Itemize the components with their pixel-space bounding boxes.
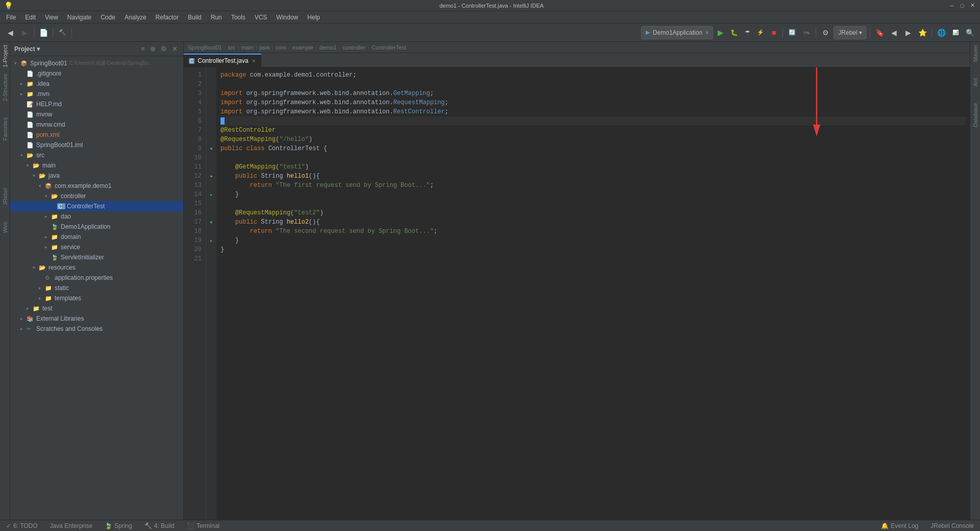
tab-spring[interactable]: 🍃 Spring [103,520,134,532]
tree-item-appprops[interactable]: ⚙ application.properties [10,273,183,283]
bookmark-button[interactable]: 🔖 [873,27,886,39]
menu-item-refactor[interactable]: Refactor [152,13,183,22]
profile-button[interactable]: ⚡ [755,27,766,38]
tree-arrow: ▾ [33,173,39,178]
todo-icon: ✓ [6,522,11,529]
menu-item-build[interactable]: Build [184,13,206,22]
folder-icon: 📁 [51,244,59,251]
tree-item-pomxml[interactable]: 📄 pom.xml [10,130,183,140]
run-button[interactable]: ▶ [715,27,726,38]
tree-item-java-folder[interactable]: ▾ 📂 java [10,171,183,181]
sidebar-item-web[interactable]: Web [1,220,9,235]
sync-scroll-button[interactable]: ⊕ [149,44,157,53]
run-configuration-selector[interactable]: ▶ Demo1Application ▾ [641,26,713,39]
event-log-button[interactable]: 🔔 Event Log [879,520,920,532]
menu-item-file[interactable]: File [2,13,20,22]
stop-button[interactable]: ■ [768,27,779,38]
forward-button[interactable]: ▶ [18,27,31,39]
tree-item-root[interactable]: ▾ 📦 SpringBoot01 C:\Users\吕成盛\Desktop\Sp… [10,58,183,68]
menu-item-navigate[interactable]: Navigate [63,13,95,22]
tree-item-mvnwcmd[interactable]: 📄 mvnw.cmd [10,119,183,130]
tree-item-service[interactable]: ▸ 📁 service [10,242,183,252]
tab-close-button[interactable]: ✕ [252,58,256,64]
project-hide-button[interactable]: ✕ [170,44,179,53]
prev-bookmark-button[interactable]: ◀ [888,27,900,39]
sidebar-item-maven[interactable]: Maven [971,43,979,64]
translate-button[interactable]: 🌐 [935,27,947,39]
menu-item-help[interactable]: Help [303,13,324,22]
sidebar-item-jrebel[interactable]: JRebel [1,186,9,207]
sidebar-item-project[interactable]: 1-Project [1,43,9,69]
build-button[interactable]: 🔨 [56,27,68,39]
bc-sep: › [272,44,274,51]
favorites-button[interactable]: ⭐ [916,27,928,39]
tree-item-controller[interactable]: ▾ 📂 controller [10,191,183,201]
settings-button[interactable]: ⚙ [819,27,831,39]
run-coverage-button[interactable]: ☂ [742,27,753,38]
next-bookmark-button[interactable]: ▶ [902,27,914,39]
gutter-cell-20 [206,245,216,254]
menu-item-run[interactable]: Run [207,13,226,22]
tree-item-mvnw[interactable]: 📄 mvnw [10,109,183,119]
menu-item-tools[interactable]: Tools [227,13,250,22]
menu-item-window[interactable]: Window [272,13,302,22]
menu-item-view[interactable]: View [41,13,62,22]
tab-controllertest[interactable]: C ControllerTest.java ✕ [184,54,261,67]
collapse-all-button[interactable]: ≡ [139,44,146,53]
menu-item-edit[interactable]: Edit [21,13,40,22]
tree-item-test[interactable]: ▸ 📁 test [10,303,183,313]
tree-item-templates[interactable]: ▸ 📁 templates [10,293,183,303]
sync-button[interactable]: 🔄 [786,27,798,39]
jrebel-console-button[interactable]: JRebel Console [928,520,976,532]
sidebar-item-database[interactable]: Database [971,101,979,129]
ant-button[interactable]: 🐜 [800,27,813,39]
tree-item-demo1app[interactable]: 🍃 Demo1Application [10,222,183,232]
tab-terminal[interactable]: ⬛ Terminal [185,520,222,532]
tab-build[interactable]: 🔨 4: Build [142,520,177,532]
tab-todo[interactable]: ✓ 6: TODO [4,520,40,532]
gutter-cell-18 [206,227,216,236]
jrebel-button[interactable]: JRebel ▾ [834,26,867,39]
tree-item-idea[interactable]: ▸ 📁 .idea [10,79,183,89]
gutter-cell-6 [206,116,216,126]
menu-item-vcs[interactable]: VCS [251,13,272,22]
code-content[interactable]: package com.example.demo1.controller; im… [216,67,970,520]
maximize-button[interactable]: □ [959,2,966,9]
tree-label: com.example.demo1 [55,182,111,189]
tree-item-resources[interactable]: ▾ 📂 resources [10,262,183,273]
tree-item-servlet[interactable]: 🍃 ServletInitializer [10,252,183,262]
search-button[interactable]: 🔍 [964,27,976,39]
back-button[interactable]: ◀ [4,27,16,39]
menu-item-code[interactable]: Code [96,13,119,22]
sidebar-item-structure[interactable]: 2-Structure [1,71,9,103]
vcs-button[interactable]: 📊 [949,27,962,39]
tree-item-mvn[interactable]: ▸ 📁 .mvn [10,89,183,99]
close-button[interactable]: ✕ [969,2,976,9]
xml-icon: 📄 [27,132,35,138]
tree-item-domain[interactable]: ▸ 📁 domain [10,232,183,242]
tree-item-src[interactable]: ▾ 📂 src [10,150,183,160]
tree-item-helpmd[interactable]: 📝 HELP.md [10,99,183,109]
menu-item-analyze[interactable]: Analyze [120,13,151,22]
tree-item-dao[interactable]: ▸ 📁 dao [10,211,183,222]
tree-item-scratches[interactable]: ▸ ✏ Scratches and Consoles [10,324,183,334]
tree-item-gitignore[interactable]: 📄 .gitignore [10,68,183,79]
recent-files-button[interactable]: 📄 [37,27,50,39]
tree-item-controllertest[interactable]: C ControllerTest [10,201,183,211]
folder-icon: 📁 [33,305,41,312]
tree-item-extlibs[interactable]: ▸ 📚 External Libraries [10,313,183,324]
tree-item-package[interactable]: ▾ 📦 com.example.demo1 [10,181,183,191]
project-settings-button[interactable]: ⚙ [159,44,168,53]
sidebar-item-favorites[interactable]: Favorites [1,115,9,142]
tree-item-iml[interactable]: 📄 SpringBoot01.iml [10,140,183,150]
tree-arrow: ▸ [20,316,27,321]
tab-java-enterprise[interactable]: Java Enterprise [48,520,94,532]
sidebar-item-ant[interactable]: Ant [971,76,979,89]
debug-button[interactable]: 🐛 [728,27,740,38]
tree-item-main[interactable]: ▾ 📂 main [10,160,183,171]
code-line-21 [220,254,966,263]
minimize-button[interactable]: ─ [948,2,955,9]
project-tree: ▾ 📦 SpringBoot01 C:\Users\吕成盛\Desktop\Sp… [10,56,183,520]
tree-item-static[interactable]: ▸ 📁 static [10,283,183,293]
code-editor[interactable]: 1 2 3 4 5 6 7 8 9 10 11 12 13 14 15 16 1… [184,67,970,520]
